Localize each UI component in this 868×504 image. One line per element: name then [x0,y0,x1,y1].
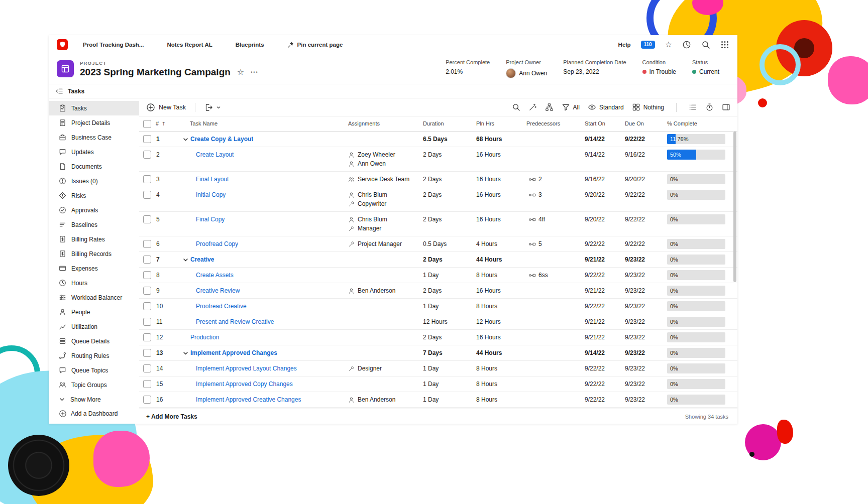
row-checkbox[interactable] [139,172,154,187]
new-task-button[interactable]: New Task [146,103,186,112]
table-row[interactable]: 2 Create Layout Zoey WheelerAnn Owen 2 D… [139,147,737,172]
assignment[interactable]: Ben Anderson [348,287,421,295]
side-panel-icon[interactable] [722,103,730,111]
grouping-control[interactable]: Nothing [632,103,664,111]
task-name-link[interactable]: Creative [190,256,214,263]
task-name-link[interactable]: Production [190,334,219,341]
percent-complete-bar[interactable]: 0% [667,270,725,280]
add-dashboard-button[interactable]: Add a Dashboard [49,407,139,426]
assignment[interactable]: Ben Anderson [348,396,421,404]
row-checkbox[interactable] [139,268,154,283]
notification-badge[interactable]: 110 [641,41,655,49]
table-row[interactable]: 17 Implement Approved Production Changes… [139,408,737,409]
table-row[interactable]: 3 Final Layout Service Desk Team 2 Days … [139,172,737,187]
column-header[interactable]: % Complete [666,116,737,131]
sidebar-item-billing-records[interactable]: Billing Records [49,246,139,261]
row-checkbox[interactable] [139,212,154,227]
vertical-scrollbar[interactable] [733,132,736,407]
percent-complete-bar[interactable]: 0% [667,190,725,200]
workfront-logo[interactable] [57,39,68,50]
export-button[interactable] [204,103,221,112]
row-checkbox[interactable] [139,361,154,376]
percent-complete-bar[interactable]: 0% [667,214,725,224]
sidebar-item-updates[interactable]: Updates [49,145,139,159]
table-row[interactable]: 6 Proofread Copy Project Manager 0.5 Day… [139,236,737,252]
percent-complete-bar[interactable]: 0% [667,379,725,389]
sidebar-item-business-case[interactable]: Business Case [49,130,139,145]
row-checkbox[interactable] [139,236,154,251]
sidebar-item-expenses[interactable]: Expenses [49,261,139,276]
collapse-chevron-icon[interactable] [182,350,189,356]
table-row[interactable]: 9 Creative Review Ben Anderson 2 Days 16… [139,283,737,299]
table-row[interactable]: 13 Implement Approved Changes 7 Days 44 … [139,345,737,361]
task-name-link[interactable]: Create Assets [196,272,234,279]
assignment[interactable]: Copywriter [348,200,421,208]
sidebar-item-people[interactable]: People [49,305,139,319]
column-header[interactable]: # ↑ [154,116,181,131]
task-name-link[interactable]: Implement Approved Creative Changes [196,396,301,403]
sidebar-item-approvals[interactable]: Approvals [49,203,139,217]
table-row[interactable]: 16 Implement Approved Creative Changes B… [139,392,737,408]
sidebar-item-queue-details[interactable]: Queue Details [49,334,139,348]
assignment[interactable]: Ann Owen [348,160,421,168]
table-row[interactable]: 11 Present and Review Creative 12 Hours … [139,314,737,330]
percent-complete-bar[interactable]: 0% [667,239,725,249]
quick-filter-icon[interactable] [528,103,537,111]
task-name-link[interactable]: Proofread Copy [196,240,238,247]
percent-complete-bar[interactable]: 50% [667,150,725,160]
sidebar-item-workload-balancer[interactable]: Workload Balancer [49,290,139,305]
row-checkbox[interactable] [139,408,154,409]
task-name-link[interactable]: Create Layout [196,151,234,158]
assignment[interactable]: Chris Blum [348,191,421,199]
percent-complete-bar[interactable]: 0% [667,395,725,405]
column-header[interactable]: Pln Hrs [476,116,526,131]
gantt-view-icon[interactable] [705,103,714,111]
sidebar-item-baselines[interactable]: Baselines [49,217,139,232]
sidebar-item-utilization[interactable]: Utilization [49,319,139,334]
assignment[interactable]: Designer [348,364,421,372]
table-row[interactable]: 4 Initial Copy Chris BlumCopywriter 2 Da… [139,187,737,212]
row-checkbox[interactable] [139,345,154,360]
task-name-link[interactable]: Proofread Creative [196,303,247,310]
favorite-star-icon[interactable]: ☆ [237,68,244,77]
column-header[interactable]: Predecessors [526,116,585,131]
percent-complete-bar[interactable]: 0% [667,332,725,342]
assignment[interactable]: Zoey Wheeler [348,151,421,159]
row-checkbox[interactable] [139,252,154,267]
percent-complete-bar[interactable]: 0% [667,286,725,296]
percent-complete-bar[interactable]: 0% [667,174,725,184]
column-header[interactable]: Start On [585,116,625,131]
top-nav-item[interactable]: Notes Report AL [167,42,212,48]
percent-complete-bar[interactable]: 0% [667,255,725,265]
column-header[interactable]: Assignments [346,116,423,131]
sidebar-item-topic-groups[interactable]: Topic Groups [49,377,139,392]
select-all-checkbox[interactable] [139,120,154,128]
row-checkbox[interactable] [139,283,154,298]
row-checkbox[interactable] [139,330,154,345]
hierarchy-icon[interactable] [545,103,554,111]
table-row[interactable]: 1 Create Copy & Layout 6.5 Days 68 Hours… [139,132,737,147]
row-checkbox[interactable] [139,187,154,202]
task-name-link[interactable]: Final Copy [196,216,225,223]
percent-complete-bar[interactable]: 11.76% [667,134,725,144]
sidebar-item-issues-0-[interactable]: Issues (0) [49,174,139,188]
sidebar-item-project-details[interactable]: Project Details [49,115,139,130]
row-checkbox[interactable] [139,392,154,407]
sidebar-item-routing-rules[interactable]: Routing Rules [49,348,139,363]
task-name-link[interactable]: Implement Approved Layout Changes [196,365,297,372]
sidebar-item-queue-topics[interactable]: Queue Topics [49,363,139,377]
sidebar-item-risks[interactable]: Risks [49,188,139,203]
row-checkbox[interactable] [139,376,154,392]
table-row[interactable]: 10 Proofread Creative 1 Day 8 Hours 9/22… [139,299,737,314]
view-control[interactable]: Standard [588,103,624,111]
task-name-link[interactable]: Implement Approved Copy Changes [196,381,293,388]
task-name-link[interactable]: Creative Review [196,287,240,294]
top-nav-item[interactable]: Blueprints [236,42,264,48]
task-name-link[interactable]: Final Layout [196,176,229,183]
percent-complete-bar[interactable]: 0% [667,317,725,327]
column-header[interactable]: Duration [423,116,476,131]
percent-complete-bar[interactable]: 0% [667,348,725,358]
assignment[interactable]: Project Manager [348,240,421,248]
row-checkbox[interactable] [139,147,154,162]
task-name-link[interactable]: Create Copy & Layout [190,136,253,143]
